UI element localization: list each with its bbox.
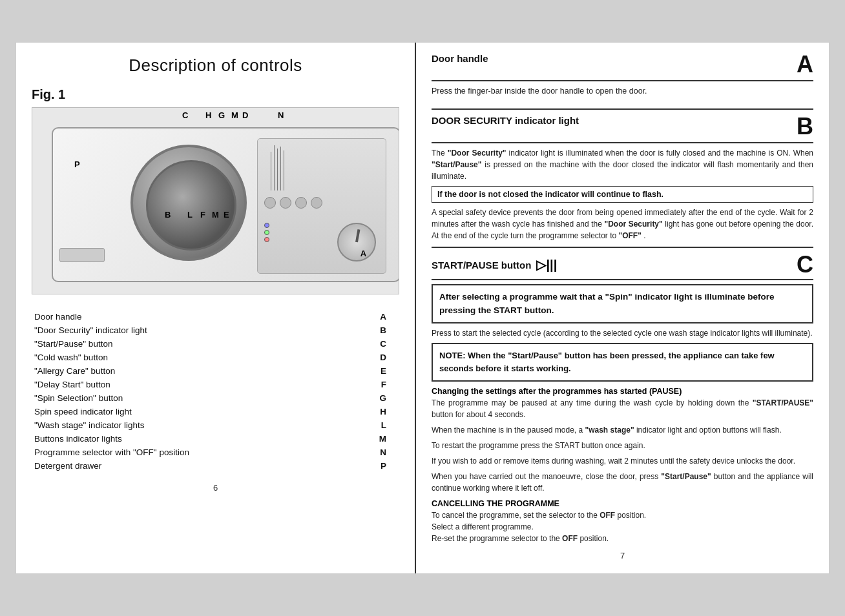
diagram-label-m: M [231, 110, 238, 120]
part-name: Detergent drawer [32, 459, 355, 473]
pause-body-4: If you wish to add or remove items durin… [432, 455, 813, 467]
pause-body-3: To restart the programme press the START… [432, 440, 813, 451]
diagram-label-g: G [218, 110, 225, 120]
section-b-header: DOOR SECURITY indicator light B [432, 115, 813, 143]
parts-row: "Spin Selection" buttonG [32, 391, 399, 405]
right-panel: Door handle A Press the finger-bar insid… [416, 43, 829, 574]
part-letter: P [355, 459, 399, 473]
section-c-highlight: After selecting a programme wait that a … [432, 284, 813, 323]
parts-row: "Door Security" indicator lightB [32, 323, 399, 337]
section-a-title: Door handle [432, 53, 488, 64]
parts-row: Door handleA [32, 310, 399, 323]
part-letter: F [355, 378, 399, 391]
section-c-header: START/PAUSE button ▷||| C [432, 253, 813, 280]
machine-illustration: C H G M D N B L F M E A P [32, 107, 399, 294]
part-letter: G [355, 391, 399, 405]
part-letter: B [355, 323, 399, 337]
section-c-left: START/PAUSE button ▷||| [432, 257, 557, 272]
part-name: Spin speed indicator light [32, 405, 355, 418]
part-name: "Door Security" indicator light [32, 323, 355, 337]
section-c-note: NOTE: When the "Start/Pause" button has … [432, 343, 813, 382]
section-b-warning: If the door is not closed the indicator … [432, 186, 813, 203]
part-letter: A [355, 310, 399, 323]
page-title: Description of controls [32, 56, 399, 76]
section-a-header: Door handle A [432, 53, 813, 81]
cancel-body: To cancel the programme, set the selecto… [432, 509, 813, 544]
part-name: Buttons indicator lights [32, 432, 355, 446]
part-name: "Allergy Care" button [32, 364, 355, 378]
part-name: "Cold wash" button [32, 351, 355, 364]
section-c: START/PAUSE button ▷||| C After selectin… [432, 253, 813, 544]
part-letter: D [355, 351, 399, 364]
cancel-line-1: To cancel the programme, set the selecto… [432, 509, 813, 521]
pause-body-1: The programme may be paused at any time … [432, 397, 813, 420]
section-b: DOOR SECURITY indicator light B The "Doo… [432, 115, 813, 241]
part-letter: H [355, 405, 399, 418]
section-b-body: A special safety device prevents the doo… [432, 207, 813, 241]
diagram-label-f: F [200, 210, 205, 220]
section-a: Door handle A Press the finger-bar insid… [432, 53, 813, 104]
diagram-label-b: B [165, 210, 171, 220]
diagram-label-m2: M [212, 210, 219, 220]
part-letter: N [355, 446, 399, 459]
left-panel: Description of controls Fig. 1 [16, 43, 416, 574]
parts-row: Spin speed indicator lightH [32, 405, 399, 418]
parts-row: Detergent drawerP [32, 459, 399, 473]
part-name: "Delay Start" button [32, 378, 355, 391]
section-c-title: START/PAUSE button [432, 260, 531, 271]
parts-row: "Cold wash" buttonD [32, 351, 399, 364]
part-letter: E [355, 364, 399, 378]
start-pause-icon: ▷||| [536, 257, 557, 272]
part-name: "Start/Pause" button [32, 337, 355, 351]
parts-table: Door handleA"Door Security" indicator li… [32, 310, 399, 473]
section-b-letter: B [797, 115, 813, 138]
fig-label: Fig. 1 [32, 87, 399, 102]
page-number-right: 7 [432, 544, 813, 560]
section-a-letter: A [797, 53, 813, 76]
detergent-drawer-diagram [59, 248, 105, 262]
diagram-label-p: P [74, 159, 80, 169]
page-number-left: 6 [32, 483, 399, 493]
page-container: Description of controls Fig. 1 [16, 42, 829, 575]
washer-door-inner [146, 160, 236, 251]
part-letter: M [355, 432, 399, 446]
part-name: Door handle [32, 310, 355, 323]
cancel-line-2: Select a different programme. [432, 521, 813, 533]
part-letter: L [355, 418, 399, 432]
cancel-line-3: Re-set the programme selector to the OFF… [432, 533, 813, 544]
parts-row: "Delay Start" buttonF [32, 378, 399, 391]
diagram-label-n: N [278, 110, 284, 120]
part-letter: C [355, 337, 399, 351]
part-name: "Wash stage" indicator lights [32, 418, 355, 432]
part-name: "Spin Selection" button [32, 391, 355, 405]
parts-row: Buttons indicator lightsM [32, 432, 399, 446]
divider-bc [432, 247, 813, 248]
parts-row: "Start/Pause" buttonC [32, 337, 399, 351]
washer-door [130, 145, 247, 261]
diagram-label-a: A [360, 249, 366, 258]
diagram-label-e: E [224, 210, 229, 220]
section-b-intro: The "Door Security" indicator light is i… [432, 147, 813, 182]
section-c-intro: Press to start the selected cycle (accor… [432, 327, 813, 339]
parts-row: "Allergy Care" buttonE [32, 364, 399, 378]
cancel-title: CANCELLING THE PROGRAMME [432, 499, 813, 508]
parts-row: "Wash stage" indicator lightsL [32, 418, 399, 432]
pause-title: Changing the settings after the programm… [432, 387, 813, 396]
diagram-label-l: L [187, 210, 193, 220]
pause-body-5: When you have carried out the manoeuvre,… [432, 471, 813, 494]
section-c-letter: C [797, 253, 813, 276]
divider-ab [432, 108, 813, 110]
parts-row: Programme selector with "OFF" positionN [32, 446, 399, 459]
pause-body-2: When the machine is in the paused mode, … [432, 424, 813, 436]
washer-body [52, 127, 399, 282]
diagram-label-h: H [205, 110, 211, 120]
part-name: Programme selector with "OFF" position [32, 446, 355, 459]
diagram-label-c: C [182, 110, 188, 120]
section-a-body: Press the finger-bar inside the door han… [432, 85, 813, 98]
section-b-title: DOOR SECURITY indicator light [432, 115, 579, 126]
control-panel [257, 138, 386, 274]
diagram-label-d: D [242, 110, 248, 120]
